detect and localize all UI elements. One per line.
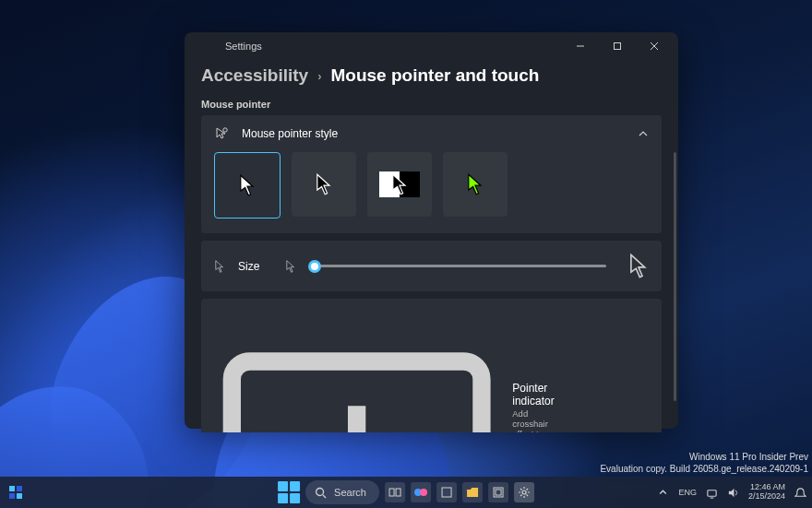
taskbar-app-1[interactable]	[436, 482, 457, 502]
size-slider[interactable]	[315, 265, 606, 267]
size-label: Size	[238, 260, 259, 273]
tray-chevron-icon[interactable]	[657, 487, 669, 499]
svg-rect-0	[615, 43, 621, 50]
page-title: Mouse pointer and touch	[331, 65, 540, 86]
taskbar: Search ENG 12:46 AM 2/15/2024	[0, 477, 812, 508]
cursor-small-icon	[285, 260, 296, 273]
settings-window: Settings Accessibility › Mouse pointer a…	[185, 32, 678, 429]
svg-point-1	[223, 128, 227, 132]
app-title: Settings	[225, 41, 262, 52]
network-icon[interactable]	[706, 487, 718, 499]
svg-rect-14	[496, 490, 501, 495]
taskbar-app-2[interactable]	[488, 482, 508, 502]
chevron-right-icon: ›	[317, 69, 321, 83]
close-button[interactable]	[636, 32, 673, 60]
file-explorer-button[interactable]	[462, 482, 483, 502]
system-tray[interactable]: ENG 12:46 AM 2/15/2024	[657, 483, 806, 502]
taskbar-search[interactable]: Search	[305, 480, 379, 504]
svg-rect-8	[389, 489, 394, 496]
svg-rect-5	[9, 493, 15, 499]
language-indicator[interactable]: ENG	[678, 488, 697, 497]
pointer-indicator-card: Pointer indicator Add crosshair effect t…	[201, 299, 662, 432]
volume-icon[interactable]	[727, 487, 739, 499]
svg-rect-12	[442, 488, 451, 497]
task-view-button[interactable]	[385, 482, 405, 502]
search-icon	[315, 487, 327, 499]
svg-rect-4	[17, 486, 22, 491]
search-placeholder: Search	[334, 487, 366, 498]
pointer-style-custom[interactable]	[443, 152, 508, 217]
indicator-icon	[214, 308, 499, 432]
cursor-icon	[214, 260, 225, 273]
clock[interactable]: 12:46 AM 2/15/2024	[748, 483, 785, 502]
svg-rect-3	[9, 486, 15, 491]
notifications-icon[interactable]	[794, 487, 806, 499]
svg-rect-6	[17, 493, 22, 499]
pointer-style-white[interactable]	[214, 152, 281, 219]
widgets-button[interactable]	[7, 484, 24, 501]
indicator-desc: Add crosshair effect to better locate mo…	[512, 408, 554, 432]
scrollbar[interactable]	[674, 152, 676, 401]
start-button[interactable]	[278, 481, 300, 503]
svg-rect-16	[708, 490, 716, 496]
svg-rect-9	[396, 489, 400, 496]
minimize-button[interactable]	[562, 32, 599, 60]
settings-taskbar-button[interactable]	[514, 482, 534, 502]
indicator-title: Pointer indicator	[512, 382, 554, 408]
pointer-style-black[interactable]	[292, 152, 356, 217]
svg-point-7	[316, 488, 324, 495]
svg-point-11	[420, 489, 427, 496]
pointer-style-label: Mouse pointer style	[242, 127, 338, 140]
pointer-style-inverted[interactable]	[367, 152, 432, 217]
cursor-large-icon	[628, 254, 649, 278]
watermark: Windows 11 Pro Insider Prev Evaluation c…	[600, 452, 808, 475]
maximize-button[interactable]	[599, 32, 636, 60]
titlebar: Settings	[185, 32, 678, 60]
chevron-up-icon	[638, 128, 649, 139]
pointer-size-card: Size	[201, 241, 662, 291]
svg-point-15	[522, 490, 526, 494]
pointer-style-header[interactable]: Mouse pointer style	[201, 115, 662, 152]
copilot-button[interactable]	[411, 482, 431, 502]
breadcrumb-parent[interactable]: Accessibility	[201, 65, 308, 86]
section-label: Mouse pointer	[201, 99, 662, 110]
breadcrumb: Accessibility › Mouse pointer and touch	[201, 65, 662, 86]
pointer-style-card: Mouse pointer style	[201, 115, 662, 233]
cursor-settings-icon	[214, 126, 229, 141]
